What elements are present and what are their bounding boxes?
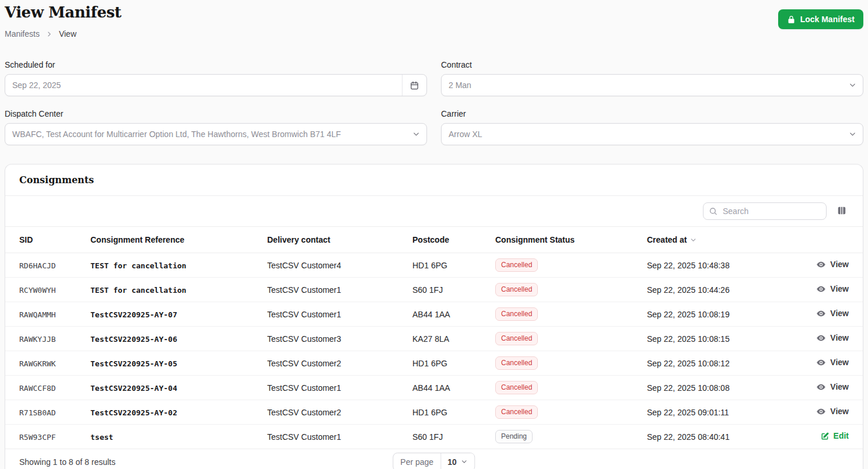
column-header-status[interactable]: Consignment Status (495, 227, 647, 253)
field-dispatch-center: Dispatch Center WBAFC, Test Account for … (5, 109, 427, 145)
status-badge: Pending (495, 430, 533, 443)
table-row: RAWKYJJB TestCSV220925-AY-06 TestCSV Cus… (5, 327, 863, 351)
status-badge: Cancelled (495, 405, 538, 419)
sid-value: RD6HACJD (19, 261, 56, 270)
toggle-columns-button[interactable] (835, 204, 849, 219)
sort-chevron-icon (690, 236, 697, 244)
column-header-created-at[interactable]: Created at (647, 227, 792, 253)
row-action-link[interactable]: Edit (821, 431, 849, 440)
delivery-contact: TestCSV Customer1 (267, 310, 341, 319)
delivery-contact: TestCSV Customer1 (267, 383, 341, 393)
field-scheduled-for: Scheduled for Sep 22, 2025 (5, 60, 427, 96)
page: View Manifest Manifests View Lock Manife… (0, 0, 868, 469)
calendar-icon[interactable] (402, 75, 426, 96)
postcode: KA27 8LA (412, 334, 449, 344)
delivery-contact: TestCSV Customer2 (267, 408, 341, 417)
column-header-sid[interactable]: SID (5, 227, 90, 253)
consignment-reference: TEST for cancellation (90, 261, 186, 270)
lock-manifest-button[interactable]: Lock Manifest (778, 9, 863, 29)
contract-label: Contract (441, 60, 863, 69)
eye-icon (816, 407, 826, 416)
chevron-down-icon (848, 130, 857, 139)
contract-select[interactable]: 2 Man (441, 74, 863, 96)
consignment-reference: TestCSV220925-AY-06 (90, 335, 177, 344)
consignment-reference: TestCSV220925-AY-02 (90, 408, 177, 417)
row-action-link[interactable]: View (816, 358, 849, 368)
postcode: HD1 6PG (412, 261, 447, 270)
sid-value: R71SB0AD (19, 408, 56, 417)
delivery-contact: TestCSV Customer4 (267, 261, 341, 270)
card-title: Consignments (19, 174, 849, 186)
sid-value: RAWGKRWK (19, 359, 56, 368)
postcode: HD1 6PG (412, 359, 447, 368)
postcode: AB44 1AA (412, 310, 450, 319)
breadcrumb-manifests[interactable]: Manifests (5, 29, 40, 38)
lock-icon (787, 15, 796, 24)
row-action-link[interactable]: View (816, 407, 849, 416)
breadcrumb-view: View (59, 29, 76, 38)
carrier-value: Arrow XL (449, 130, 482, 139)
consignment-reference: tsest (90, 433, 113, 442)
lock-manifest-label: Lock Manifest (800, 15, 855, 24)
column-header-reference[interactable]: Consignment Reference (90, 227, 267, 253)
eye-icon (816, 333, 826, 343)
sid-value: R5W93CPF (19, 433, 56, 442)
column-header-postcode[interactable]: Postcode (412, 227, 495, 253)
table-footer: Showing 1 to 8 of 8 results Per page 10 (5, 449, 863, 469)
created-at: Sep 22, 2025 09:01:11 (647, 408, 729, 417)
delivery-contact: TestCSV Customer2 (267, 359, 341, 368)
postcode: AB44 1AA (412, 383, 450, 393)
table-row: R5W93CPF tsest TestCSV Customer1 S60 1FJ… (5, 425, 863, 449)
table-toolbar (5, 196, 863, 226)
column-header-contact[interactable]: Delivery contact (267, 227, 412, 253)
consignment-reference: TestCSV220925-AY-05 (90, 359, 177, 368)
row-action-link[interactable]: View (816, 333, 849, 343)
status-badge: Cancelled (495, 258, 538, 272)
consignment-reference: TestCSV220925-AY-04 (90, 384, 177, 393)
status-badge: Cancelled (495, 381, 538, 394)
consignments-card: Consignments SID (5, 164, 863, 469)
row-action-label: View (830, 407, 849, 416)
dispatch-center-select[interactable]: WBAFC, Test Account for Multicarrier Opt… (5, 123, 427, 145)
per-page-value: 10 (447, 457, 457, 467)
table-row: RCYW0WYH TEST for cancellation TestCSV C… (5, 278, 863, 302)
field-contract: Contract 2 Man (441, 60, 863, 96)
scheduled-for-label: Scheduled for (5, 60, 427, 69)
card-header: Consignments (5, 164, 863, 196)
edit-pencil-icon (821, 432, 830, 440)
field-carrier: Carrier Arrow XL (441, 109, 863, 145)
carrier-select[interactable]: Arrow XL (441, 123, 863, 145)
consignment-reference: TestCSV220925-AY-07 (90, 310, 177, 319)
row-action-link[interactable]: View (816, 382, 849, 392)
created-at: Sep 22, 2025 10:44:26 (647, 285, 730, 295)
postcode: HD1 6PG (412, 408, 447, 417)
row-action-link[interactable]: View (816, 284, 849, 294)
row-action-label: View (830, 382, 849, 391)
table-row: RAWGKRWK TestCSV220925-AY-05 TestCSV Cus… (5, 351, 863, 376)
consignments-tbody: RD6HACJD TEST for cancellation TestCSV C… (5, 253, 863, 449)
table-header-row: SID Consignment Reference Delivery conta… (5, 227, 863, 253)
columns-icon (836, 205, 848, 218)
chevron-right-icon (46, 30, 53, 38)
breadcrumb: Manifests View (5, 29, 121, 38)
dispatch-center-value: WBAFC, Test Account for Multicarrier Opt… (12, 130, 341, 139)
row-action-label: View (830, 284, 849, 293)
per-page-select[interactable]: 10 (440, 453, 475, 469)
row-action-label: Edit (834, 431, 849, 440)
eye-icon (816, 382, 826, 392)
contract-value: 2 Man (449, 80, 471, 90)
table-row: R71SB0AD TestCSV220925-AY-02 TestCSV Cus… (5, 400, 863, 425)
scheduled-for-input[interactable]: Sep 22, 2025 (5, 74, 427, 96)
chevron-down-icon (848, 81, 857, 90)
eye-icon (816, 284, 826, 294)
chevron-down-icon (461, 458, 468, 466)
sid-value: RAWQAMMH (19, 310, 56, 319)
per-page-control: Per page 10 (393, 453, 475, 469)
search-input[interactable] (703, 202, 827, 220)
row-action-link[interactable]: View (816, 309, 849, 318)
per-page-label: Per page (393, 457, 440, 467)
status-badge: Cancelled (495, 332, 538, 345)
status-badge: Cancelled (495, 307, 538, 321)
row-action-link[interactable]: View (816, 260, 849, 270)
delivery-contact: TestCSV Customer1 (267, 432, 341, 442)
